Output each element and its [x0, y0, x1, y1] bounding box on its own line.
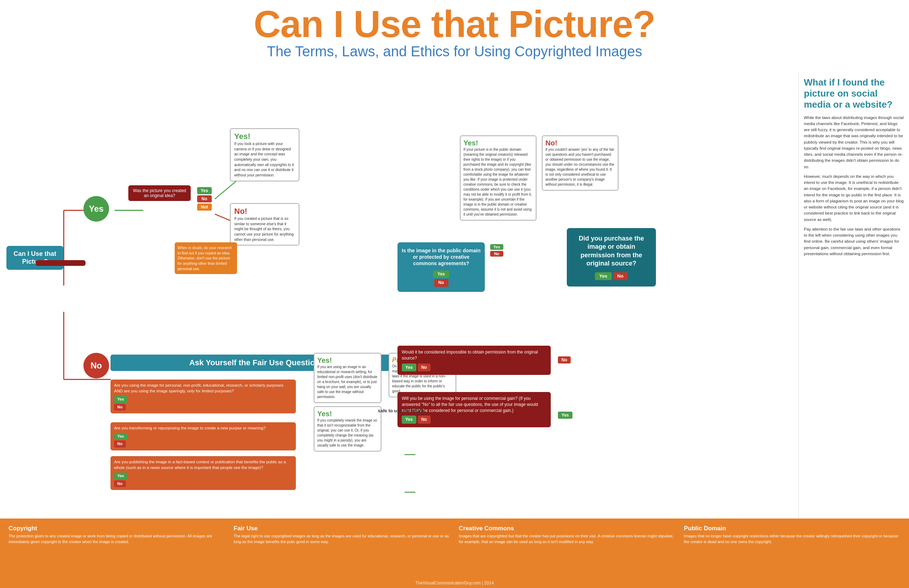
copyright-body: The protection given to any created imag…: [8, 533, 225, 545]
public-domain-title: Public Domain: [684, 525, 901, 532]
btn-no-obtain[interactable]: No: [418, 363, 430, 372]
copyright-title: Copyright: [8, 525, 225, 532]
q-factbased: Are you publishing the image in a fact-b…: [110, 456, 296, 490]
btn-no-orig[interactable]: No: [197, 195, 212, 202]
answer-educational: Yes! If you are using an image in an edu…: [314, 353, 382, 403]
right-sidebar: What if I found the picture on social me…: [799, 71, 909, 519]
answer-yes-original: Yes! If you took a picture with your cam…: [230, 128, 299, 181]
sidebar-title: What if I found the picture on social me…: [804, 77, 904, 110]
public-domain-body: Images that no longer have copyright res…: [684, 533, 901, 545]
answer-rework: Yes! If you completely rework the image …: [314, 406, 382, 452]
btn-yes-purchased[interactable]: Yes: [595, 272, 611, 281]
footer-credit: TheVisualCommunicationGuy.com | 2014: [415, 580, 494, 585]
btn-no-public-domain[interactable]: No: [434, 279, 448, 287]
doubt-box: When in doubt, do your research to find …: [175, 242, 237, 274]
arrows-svg: [0, 71, 799, 519]
footer-creative-commons: Creative Commons Images that are copyrig…: [459, 525, 676, 582]
btn-no-fact[interactable]: No: [114, 480, 126, 487]
yes-body: If you took a picture with your camera o…: [234, 141, 295, 178]
btn-no-transform[interactable]: No: [114, 441, 126, 447]
sidebar-body1: While the laws about distributing images…: [804, 115, 904, 170]
btn-yes-commercial[interactable]: Yes: [402, 415, 416, 424]
footer: Copyright The protection given to any cr…: [0, 519, 909, 588]
btn-yes-label-2: Yes: [558, 412, 573, 419]
yes-no-pair-pd: Yes No: [490, 244, 503, 257]
footer-copyright: Copyright The protection given to any cr…: [8, 525, 225, 582]
original-idea-question: Was the picture you created an original …: [128, 185, 191, 201]
no-head: No!: [234, 207, 295, 216]
yes-head: Yes!: [234, 132, 295, 141]
q-obtain-permission: Would it be considered impossible to obt…: [398, 346, 551, 375]
answer-no-fair: No! If you couldn't answer 'yes' to any …: [542, 136, 618, 191]
yes-bubble: Yes: [83, 196, 109, 222]
subtitle: The Terms, Laws, and Ethics for Using Co…: [0, 44, 909, 60]
btn-yes-transform[interactable]: Yes: [114, 433, 127, 440]
q-public-domain: Is the image in the public domain or pro…: [398, 242, 485, 292]
no-bubble: No: [83, 353, 109, 378]
footer-public-domain: Public Domain Images that no longer have…: [684, 525, 901, 582]
btn-no-purchased[interactable]: No: [613, 272, 628, 281]
flowchart-area: Can I Use that Picture? Yes No Was the p…: [0, 71, 799, 519]
answer-public-domain: Yes! If your picture is in the public do…: [460, 136, 537, 221]
no-right-label-1: No: [558, 356, 571, 363]
btn-no-personal[interactable]: No: [114, 404, 126, 410]
original-idea-buttons: Yes No Not: [197, 187, 212, 211]
no-right-label-2: Yes: [558, 412, 573, 419]
btn-yes-public-domain[interactable]: Yes: [433, 270, 449, 278]
safe-to-use: safe to use the image.: [378, 408, 426, 414]
btn-yes-orig[interactable]: Yes: [197, 187, 212, 194]
main-title: Can I Use that Picture?: [0, 5, 909, 43]
btn-no-commercial[interactable]: No: [418, 415, 430, 424]
answer-no-original: No! If you created a picture that is so …: [230, 203, 299, 246]
q-personal: Are you using the image for personal, no…: [110, 380, 296, 414]
footer-fair-use: Fair Use The legal right to use copyrigh…: [234, 525, 451, 582]
fair-use-body: The legal right to use copyrighted image…: [234, 533, 451, 545]
sidebar-body2: However, much depends on the way in whic…: [804, 174, 904, 223]
did-you-create-question: [36, 260, 86, 266]
sidebar-body3: Pay attention to the fair use laws and o…: [804, 226, 904, 257]
btn-yes-fact[interactable]: Yes: [114, 473, 127, 479]
q-purchased: Did you purchase the image or obtain per…: [567, 228, 656, 286]
header: Can I Use that Picture? The Terms, Laws,…: [0, 0, 909, 61]
btn-yes-personal[interactable]: Yes: [114, 396, 127, 403]
btn-not-orig[interactable]: Not: [197, 204, 212, 211]
main-question-box: Can I Use that Picture?: [6, 246, 63, 270]
btn-no-label: No: [558, 356, 571, 363]
creative-commons-title: Creative Commons: [459, 525, 676, 532]
btn-yes-obtain[interactable]: Yes: [402, 363, 416, 372]
fair-use-title: Fair Use: [234, 525, 451, 532]
main-area: Can I Use that Picture? Yes No Was the p…: [0, 71, 909, 519]
q-transform: Are you transforming or repurposing the …: [110, 422, 296, 451]
creative-commons-body: Images that are copyrighted but that the…: [459, 533, 676, 545]
no-body: If you created a picture that is so simi…: [234, 216, 295, 242]
